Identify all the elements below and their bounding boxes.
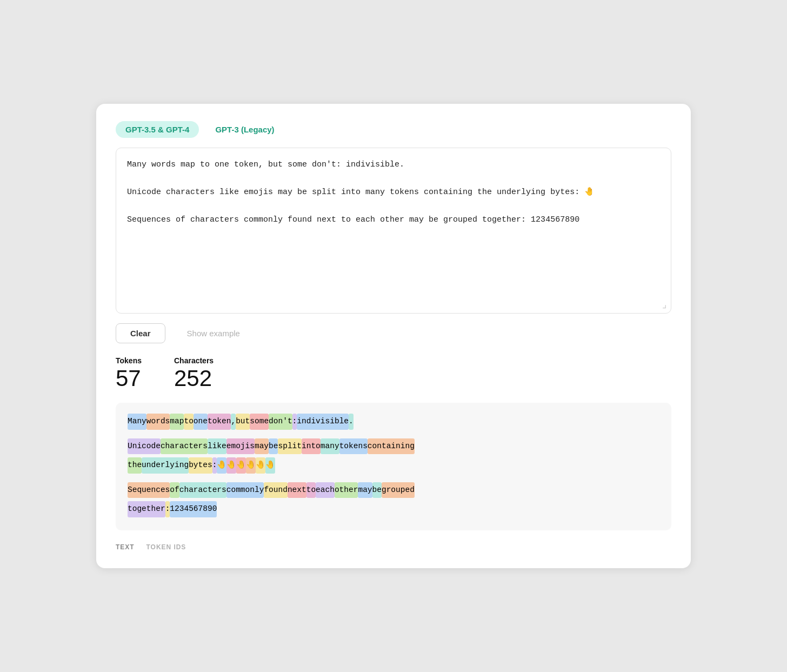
token-chip: other xyxy=(335,482,358,498)
tab-gpt3-legacy[interactable]: GPT-3 (Legacy) xyxy=(205,121,284,138)
token-chip: underlying xyxy=(142,457,189,474)
token-chip: emojis xyxy=(226,438,255,455)
characters-label: Characters xyxy=(174,356,214,365)
tokens-stat: Tokens 57 xyxy=(116,356,142,391)
tab-gpt35-gpt4[interactable]: GPT-3.5 & GPT-4 xyxy=(116,121,199,138)
tokens-label: Tokens xyxy=(116,356,142,365)
token-chip: tokens xyxy=(339,438,368,455)
token-chip: . xyxy=(349,414,354,430)
token-chip: Many xyxy=(128,414,146,430)
characters-value: 252 xyxy=(174,366,214,391)
token-chip: don't xyxy=(269,414,292,430)
token-chip: together xyxy=(128,501,165,517)
token-chip: may xyxy=(255,438,269,455)
bottom-tab-text[interactable]: TEXT xyxy=(116,543,135,551)
token-chip: like xyxy=(208,438,226,455)
token-chip: some xyxy=(250,414,269,430)
token-chip: to xyxy=(184,414,193,430)
token-chip: words xyxy=(146,414,170,430)
token-chip: characters xyxy=(161,438,208,455)
token-chip: grouped xyxy=(382,482,415,498)
token-chip: containing xyxy=(368,438,415,455)
token-line: Unicode characters like emojis may be sp… xyxy=(128,438,659,455)
token-line: Sequences of characters commonly found n… xyxy=(128,482,659,498)
tokens-value: 57 xyxy=(116,366,142,391)
token-chip: 🤚 xyxy=(265,457,275,474)
token-chip: indivisible xyxy=(297,414,349,430)
input-area: ⌟ xyxy=(116,148,671,314)
token-chip: 🤚 xyxy=(236,457,246,474)
token-chip: map xyxy=(170,414,184,430)
token-chip: token xyxy=(208,414,231,430)
token-chip: : xyxy=(212,457,217,474)
resize-handle-icon: ⌟ xyxy=(662,298,666,310)
token-chip: 🤚 xyxy=(217,457,226,474)
token-chip: commonly xyxy=(226,482,264,498)
bottom-tab-token-ids[interactable]: TOKEN IDS xyxy=(146,543,186,551)
token-chip: 🤚 xyxy=(256,457,265,474)
token-chip: of xyxy=(170,482,179,498)
token-chip: may xyxy=(358,482,372,498)
token-chip: split xyxy=(278,438,302,455)
token-line: the underlying bytes: 🤚🤚🤚🤚🤚🤚 xyxy=(128,457,659,474)
token-chip: one xyxy=(194,414,208,430)
characters-stat: Characters 252 xyxy=(174,356,214,391)
token-chip: characters xyxy=(179,482,226,498)
token-chip: be xyxy=(372,482,382,498)
token-chip: , xyxy=(231,414,236,430)
text-input[interactable] xyxy=(127,158,660,296)
token-chip: the xyxy=(128,457,142,474)
token-chip: each xyxy=(316,482,335,498)
bottom-tab-bar: TEXTTOKEN IDS xyxy=(116,538,671,551)
token-chip: to xyxy=(306,482,316,498)
token-chip: Unicode xyxy=(128,438,161,455)
stats-section: Tokens 57 Characters 252 xyxy=(116,356,671,391)
show-example-button[interactable]: Show example xyxy=(173,324,254,343)
token-chip: 🤚 xyxy=(246,457,256,474)
token-chip: 1234567890 xyxy=(170,501,217,517)
token-chip: next xyxy=(288,482,306,498)
token-chip: 🤚 xyxy=(226,457,236,474)
token-chip: : xyxy=(292,414,297,430)
token-chip: into xyxy=(302,438,321,455)
main-card: GPT-3.5 & GPT-4 GPT-3 (Legacy) ⌟ Clear S… xyxy=(96,104,691,568)
token-line: Many words map to one token, but some do… xyxy=(128,414,659,430)
token-chip: found xyxy=(264,482,288,498)
clear-button[interactable]: Clear xyxy=(116,323,165,343)
action-buttons: Clear Show example xyxy=(116,323,671,343)
token-chip: Sequences xyxy=(128,482,170,498)
token-chip: bytes xyxy=(189,457,212,474)
token-chip: be xyxy=(269,438,278,455)
token-display: Many words map to one token, but some do… xyxy=(116,403,671,530)
tab-bar: GPT-3.5 & GPT-4 GPT-3 (Legacy) xyxy=(116,121,671,138)
token-chip: but xyxy=(236,414,250,430)
token-chip: : xyxy=(165,501,170,517)
token-chip: many xyxy=(321,438,339,455)
token-line: together: 1234567890 xyxy=(128,501,659,517)
